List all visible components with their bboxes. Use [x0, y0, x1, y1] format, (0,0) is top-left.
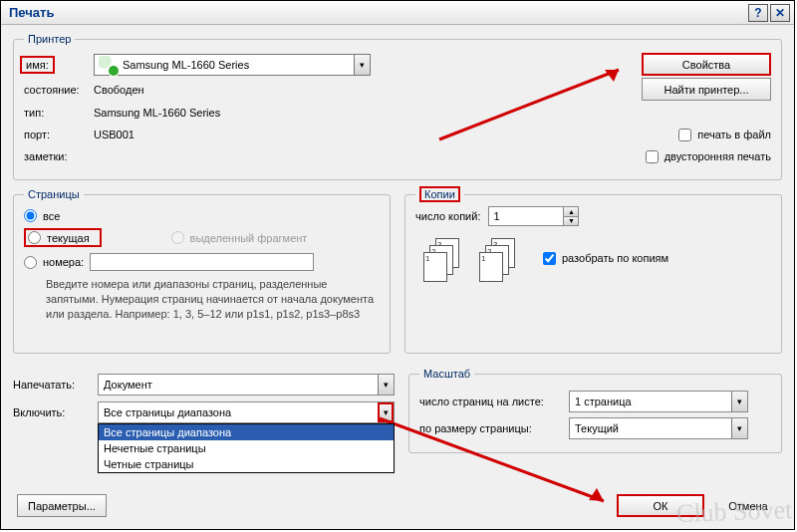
copies-legend: Копии: [415, 188, 464, 200]
chevron-down-icon[interactable]: [378, 375, 394, 395]
find-printer-button[interactable]: Найти принтер...: [642, 78, 771, 101]
titlebar: Печать ? ✕: [1, 1, 794, 25]
include-option[interactable]: Нечетные страницы: [99, 440, 394, 456]
printer-port-label: порт:: [24, 129, 94, 140]
pages-hint: Введите номера или диапазоны страниц, ра…: [46, 277, 380, 322]
copies-count-input[interactable]: [489, 207, 563, 225]
printer-name-label: имя:: [24, 58, 94, 72]
pages-per-sheet-select[interactable]: 1 страница: [569, 391, 748, 412]
printer-port-value: USB001: [94, 129, 134, 140]
print-to-file-checkbox[interactable]: печать в файл: [678, 129, 771, 141]
cancel-button[interactable]: Отмена: [718, 494, 778, 517]
printer-notes-label: заметки:: [24, 150, 94, 162]
printer-group: Принтер имя: Samsung ML-1660 Series Свой…: [13, 33, 782, 180]
printer-state-label: состояние:: [24, 84, 94, 96]
print-what-label: Напечатать:: [13, 379, 98, 391]
printer-type-label: тип:: [24, 107, 94, 119]
spinner-down-icon[interactable]: ▼: [564, 217, 578, 226]
scale-legend: Масштаб: [419, 368, 474, 380]
printer-state-value: Свободен: [94, 84, 144, 96]
ok-button[interactable]: ОК: [617, 494, 704, 517]
print-dialog: Печать ? ✕ Принтер имя: Samsung ML-1660 …: [0, 0, 795, 530]
pages-all-radio[interactable]: все: [24, 209, 380, 222]
include-label: Включить:: [13, 406, 98, 418]
chevron-down-icon[interactable]: [731, 418, 747, 438]
include-select[interactable]: Все страницы диапазона Все страницы диап…: [98, 401, 395, 423]
printer-name-select[interactable]: Samsung ML-1660 Series: [94, 54, 371, 76]
copies-group: Копии число копий: ▲ ▼ 3 2: [404, 188, 782, 354]
copies-count-label: число копий:: [415, 210, 480, 222]
printer-icon: [99, 56, 117, 74]
pages-numbers-radio[interactable]: номера:: [24, 253, 380, 271]
printer-type-value: Samsung ML-1660 Series: [94, 107, 220, 119]
include-option[interactable]: Все страницы диапазона: [99, 424, 394, 440]
collate-checkbox[interactable]: разобрать по копиям: [543, 252, 668, 265]
collate-illustration-2: 3 2 1: [479, 238, 519, 284]
properties-button[interactable]: Свойства: [642, 53, 771, 76]
pages-selection-radio: выделенный фрагмент: [171, 231, 308, 244]
pages-group: Страницы все текущая выделенный фрагмент: [13, 188, 391, 354]
scale-to-paper-label: по размеру страницы:: [419, 422, 569, 434]
pages-per-sheet-label: число страниц на листе:: [419, 396, 569, 407]
help-button[interactable]: ?: [748, 4, 768, 22]
svg-marker-3: [589, 488, 604, 501]
chevron-down-icon[interactable]: [378, 402, 394, 422]
print-what-select[interactable]: Документ: [98, 374, 395, 396]
scale-group: Масштаб число страниц на листе: 1 страни…: [408, 368, 782, 453]
printer-legend: Принтер: [24, 33, 75, 45]
collate-illustration-1: 3 2 1: [423, 238, 463, 284]
window-title: Печать: [5, 5, 746, 20]
pages-legend: Страницы: [24, 188, 84, 200]
include-option[interactable]: Четные страницы: [99, 456, 394, 472]
chevron-down-icon[interactable]: [731, 392, 747, 411]
include-dropdown-list: Все страницы диапазона Нечетные страницы…: [98, 423, 395, 473]
pages-current-radio[interactable]: текущая: [24, 228, 102, 247]
printer-name-value: Samsung ML-1660 Series: [123, 59, 354, 71]
chevron-down-icon[interactable]: [354, 55, 370, 75]
copies-count-spinner[interactable]: ▲ ▼: [488, 206, 579, 226]
close-button[interactable]: ✕: [770, 4, 790, 22]
duplex-checkbox[interactable]: двусторонняя печать: [646, 150, 771, 163]
scale-to-paper-select[interactable]: Текущий: [569, 417, 748, 439]
spinner-up-icon[interactable]: ▲: [564, 207, 578, 217]
params-button[interactable]: Параметры...: [17, 494, 107, 517]
page-numbers-input[interactable]: [90, 253, 314, 271]
